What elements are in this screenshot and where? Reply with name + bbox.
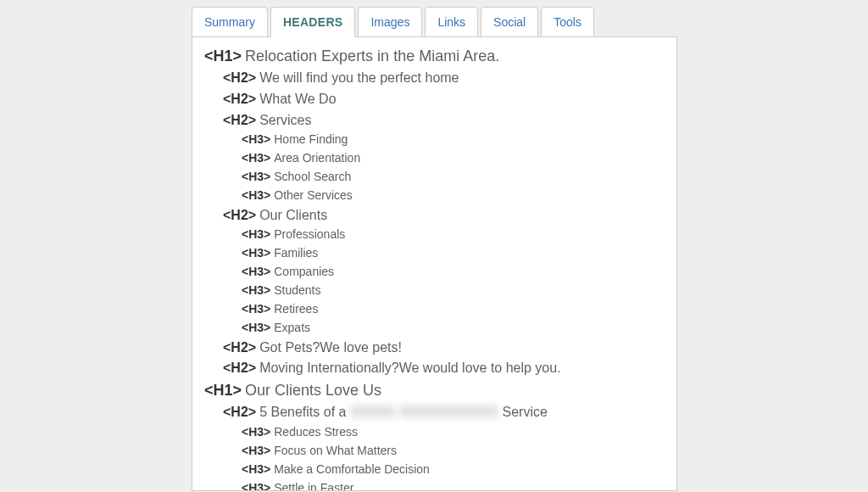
tab-social[interactable]: Social [481,7,538,37]
header-row: <H3>Home Finding [242,131,665,148]
header-tag: <H3> [242,425,270,439]
header-text: Got Pets?We love pets! [259,340,402,355]
header-tag: <H2> [223,92,256,106]
headers-panel: <H1>Relocation Experts in the Miami Area… [192,36,677,491]
header-text: Students [274,283,320,297]
header-tag: <H3> [242,170,270,183]
tab-images[interactable]: Images [358,7,422,37]
header-text: Professionals [274,227,345,241]
header-row: <H2>Moving Internationally?We would love… [223,359,665,377]
header-tag: <H2> [223,340,256,355]
header-text: Services [259,113,311,127]
header-tag: <H3> [242,227,270,241]
header-text: Retirees [274,302,318,316]
header-tag: <H2> [223,208,256,222]
header-row: <H2>We will find you the perfect home [223,69,665,87]
header-tag: <H3> [242,321,270,334]
header-text: What We Do [259,92,336,106]
tab-headers[interactable]: HEADERS [270,7,356,37]
header-tag: <H3> [242,302,270,316]
header-row: <H3>Focus on What Matters [242,443,665,459]
header-row: <H2>Services [223,111,665,130]
header-tag: <H3> [242,151,270,165]
header-text: Families [274,246,318,260]
headers-tool: Summary HEADERS Images Links Social Tool… [192,0,677,491]
header-text: Other Services [274,188,353,202]
header-tag: <H3> [242,481,270,492]
header-text: Focus on What Matters [274,444,397,457]
header-text: Our Clients Love Us [245,382,381,399]
header-row: <H3>Reduces Stress [242,424,665,440]
header-text: Settle in Faster [274,481,353,492]
header-row: <H2>What We Do [223,90,665,109]
header-tag: <H1> [204,48,242,64]
header-tag: <H3> [242,132,270,146]
header-tag: <H3> [242,462,270,476]
header-text: Home Finding [274,132,348,146]
header-text-prefix: 5 Benefits of a [259,405,350,419]
header-tag: <H3> [242,246,270,260]
header-text: Our Clients [259,208,327,222]
header-tag: <H2> [223,113,256,127]
header-row: <H3>Retirees [242,301,665,317]
header-tag: <H3> [242,265,270,278]
header-text-blurred: XXXXX XXXXXXXXXXX [350,403,498,422]
header-row: <H3>School Search [242,169,665,185]
header-row: <H3>Students [242,282,665,299]
header-text: School Search [274,170,351,183]
header-tag: <H3> [242,188,270,202]
tab-summary[interactable]: Summary [192,7,268,37]
header-tag: <H2> [223,361,256,375]
header-tag: <H2> [223,405,256,419]
header-text: Make a Comfortable Decision [274,462,430,476]
header-text: Companies [274,265,334,278]
header-text: Area Orientation [274,151,360,165]
header-text-suffix: Service [498,405,548,419]
header-tag: <H3> [242,283,270,297]
header-row: <H3>Settle in Faster [242,480,665,492]
header-row: <H1>Relocation Experts in the Miami Area… [204,46,665,66]
header-text: Relocation Experts in the Miami Area. [245,48,499,64]
header-row: <H3>Area Orientation [242,150,665,166]
tab-tools[interactable]: Tools [541,7,594,37]
header-row: <H3>Other Services [242,187,665,204]
header-text: Moving Internationally?We would love to … [259,361,560,375]
tab-links[interactable]: Links [425,7,478,37]
header-row: <H3>Professionals [242,226,665,243]
header-row: <H3>Families [242,245,665,261]
header-row: <H2>Our Clients [223,206,665,225]
header-row: <H3>Expats [242,320,665,336]
header-row: <H1>Our Clients Love Us [204,380,665,400]
header-tag: <H2> [223,70,256,85]
header-row: <H2>5 Benefits of a XXXXX XXXXXXXXXXX Se… [223,403,665,422]
header-row: <H3>Make a Comfortable Decision [242,461,665,478]
header-row: <H2>Got Pets?We love pets! [223,338,665,357]
tab-bar: Summary HEADERS Images Links Social Tool… [192,7,677,37]
header-text: Reduces Stress [274,425,358,439]
header-text: Expats [274,321,310,334]
header-tag: <H3> [242,444,270,457]
header-row: <H3>Companies [242,264,665,280]
header-text: We will find you the perfect home [259,70,459,85]
header-tag: <H1> [204,382,242,399]
